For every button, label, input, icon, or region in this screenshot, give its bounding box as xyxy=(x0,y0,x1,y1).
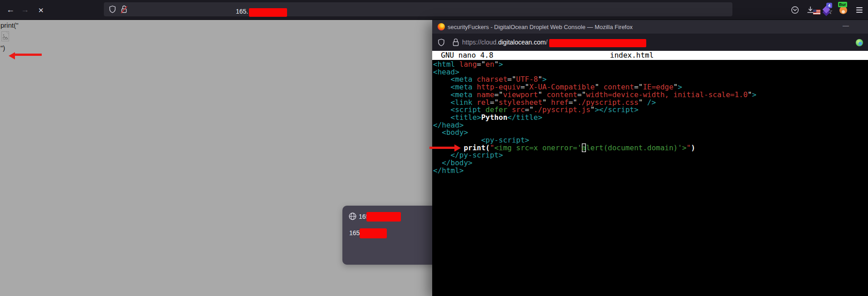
red-arrow-right-shaft xyxy=(429,147,455,149)
code-line: </html> xyxy=(433,167,868,175)
nano-code[interactable]: <html lang="en"><head> <meta charset="UT… xyxy=(432,60,868,175)
shield-icon[interactable] xyxy=(438,39,445,46)
red-arrow-left-shaft xyxy=(14,54,42,56)
broken-image-icon xyxy=(1,31,9,41)
firefox-icon xyxy=(438,23,445,30)
window-title: securityFuckers - DigitalOcean Droplet W… xyxy=(448,24,633,30)
terminal-area[interactable]: <html lang="en"><head> <meta charset="UT… xyxy=(432,60,868,296)
url-domain: digitalocean.com xyxy=(498,39,546,46)
menu-icon[interactable] xyxy=(856,7,863,14)
nano-header: GNU nano 4.8 index.html xyxy=(432,51,868,60)
code-line: <title>Python</title> xyxy=(433,114,868,122)
shield-icon[interactable] xyxy=(109,5,116,13)
code-line: </head> xyxy=(433,122,868,129)
foxyproxy-icon[interactable]: Bur xyxy=(838,2,849,15)
page-text-print-close: ") xyxy=(0,44,5,52)
redacted-ip xyxy=(360,228,387,238)
code-line: </py-script> xyxy=(433,152,868,159)
url-suggestion-popup: 165 165. xyxy=(342,206,443,265)
page-text-print-open: print(" xyxy=(0,21,19,29)
code-line: <html lang="en"> xyxy=(433,61,868,69)
console-address-bar[interactable]: https://cloud.digitalocean.com/ xyxy=(432,34,868,51)
address-bar[interactable]: 165. ☆ xyxy=(104,2,732,16)
extension-badge: 4 xyxy=(826,3,832,8)
red-arrow-right xyxy=(454,144,461,152)
download-icon[interactable] xyxy=(806,6,814,14)
main-toolbar: ← → ✕ 165. ☆ 4 Bur xyxy=(0,0,868,20)
back-button[interactable]: ← xyxy=(6,4,15,15)
globe-icon xyxy=(349,212,356,220)
lock-icon[interactable] xyxy=(452,38,459,46)
url-scheme: https://cloud. xyxy=(462,39,498,46)
minimize-button[interactable]: — xyxy=(843,22,849,29)
url-text[interactable]: 165. xyxy=(236,8,248,15)
console-window: securityFuckers - DigitalOcean Droplet W… xyxy=(432,20,868,296)
code-line: </body> xyxy=(433,159,868,167)
pocket-icon[interactable] xyxy=(791,6,799,14)
console-url-text[interactable]: https://cloud.digitalocean.com/ xyxy=(462,39,547,46)
url-path: / xyxy=(546,39,547,46)
forward-button[interactable]: → xyxy=(21,4,29,15)
redacted-url-path xyxy=(549,39,646,47)
stop-button[interactable]: ✕ xyxy=(38,5,44,16)
green-globe-icon[interactable] xyxy=(856,39,863,46)
purple-extension-icon[interactable]: 4 xyxy=(822,5,832,15)
window-titlebar: securityFuckers - DigitalOcean Droplet W… xyxy=(432,20,868,34)
proxy-label: Bur xyxy=(838,2,847,7)
redacted-ip xyxy=(366,212,401,222)
broken-lock-icon[interactable] xyxy=(120,5,128,14)
fox-face-icon xyxy=(839,6,847,14)
nano-filename: index.html xyxy=(610,51,653,60)
redacted-url xyxy=(249,8,287,17)
